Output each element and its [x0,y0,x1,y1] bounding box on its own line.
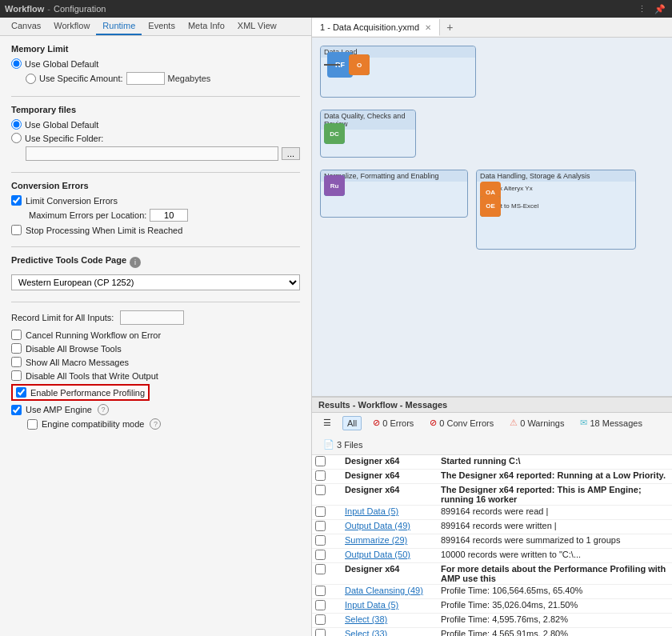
record-limit-input[interactable]: No Limit [120,310,184,325]
row-source[interactable]: Select (38) [342,614,438,628]
results-list-view-btn[interactable]: ☰ [318,415,336,430]
memory-amount-input[interactable]: 8121 [126,72,165,85]
show-macro-checkbox[interactable] [11,357,22,367]
row-source[interactable]: Data Cleansing (49) [342,585,438,599]
results-warnings-btn[interactable]: ⚠ 0 Warnings [505,415,569,430]
temp-global-radio[interactable] [11,119,22,130]
row-checkbox[interactable] [315,521,326,531]
predictive-tools-select[interactable]: Western European (CP 1252) [11,274,300,290]
row-checkbox[interactable] [315,550,326,560]
top-bar-actions: ⋮ 📌 [636,4,667,14]
dock-button[interactable]: 📌 [653,4,667,14]
max-errors-label: Maximum Errors per Location: [29,210,146,220]
app-subtitle: Configuration [54,4,106,14]
disable-browse-row: Disable All Browse Tools [11,343,300,354]
row-icon [329,506,342,520]
row-source[interactable]: Input Data (5) [342,599,438,614]
row-source[interactable]: Input Data (5) [342,506,438,520]
row-checkbox[interactable] [315,506,326,517]
results-errors-label: 0 Errors [382,418,414,428]
tab-canvas[interactable]: Canvas [5,18,47,35]
predictive-tools-section: Predictive Tools Code Page i Western Eur… [11,255,300,290]
row-message: 899164 records were summarized to 1 grou… [438,534,672,549]
row-source[interactable]: Summarize (29) [342,534,438,549]
node-output1[interactable]: O [349,54,370,75]
row-checkbox[interactable] [315,535,326,546]
browse-button[interactable]: ... [282,147,300,160]
wf-canvas-content: Data Load RF C Cl F O [312,38,672,396]
row-icon [329,455,342,470]
max-errors-input[interactable] [150,209,188,222]
tab-events[interactable]: Events [142,18,182,35]
row-message: Started running C:\ [438,455,672,470]
use-amp-row: Use AMP Engine ? [11,404,300,415]
folder-path-input[interactable]: C:\ProgramData\Alteryx\Engine [26,146,278,161]
disable-write-checkbox[interactable] [11,370,22,381]
node-rules[interactable]: Ru [324,175,345,196]
row-source[interactable]: Select (33) [342,628,438,637]
results-all-btn[interactable]: All [342,416,362,430]
tab-workflow[interactable]: Workflow [47,18,96,35]
row-message: Profile Time: 4,565.91ms, 2.80% [438,628,672,637]
row-checkbox[interactable] [315,586,326,596]
row-checkbox[interactable] [315,470,326,481]
row-icon [329,614,342,628]
group-data-load: Data Load RF C Cl F O [320,46,476,98]
row-checkbox[interactable] [315,614,326,625]
row-checkbox[interactable] [315,485,326,495]
enable-profiling-row: Enable Performance Profiling [11,384,300,401]
limit-conv-checkbox[interactable] [11,195,22,206]
results-header: Results - Workflow - Messages [312,398,672,413]
row-source[interactable]: Output Data (50) [342,549,438,563]
results-conv-label: 0 Conv Errors [439,418,494,428]
tab-runtime[interactable]: Runtime [96,18,142,35]
cancel-running-checkbox[interactable] [11,330,22,340]
temp-specific-radio[interactable] [11,133,22,143]
group-data-handling-title: Data Handling, Storage & Analysis [477,170,635,182]
limit-conv-row: Limit Conversion Errors [11,195,300,206]
temp-specific-row: Use Specific Folder: [11,133,300,143]
tab-xmlview[interactable]: XML View [231,18,283,35]
enable-profiling-label: Enable Performance Profiling [30,388,145,398]
predictive-info-icon[interactable]: i [130,257,141,268]
engine-compat-help-icon[interactable]: ? [150,418,161,430]
table-row: Summarize (29)899164 records were summar… [312,534,672,549]
right-tab-close-btn[interactable]: ✕ [425,23,431,32]
row-icon [329,520,342,534]
node-data-cleanse[interactable]: DC [324,123,345,144]
right-tab-acquisition[interactable]: 1 - Data Acquisition.yxmd ✕ [312,19,440,36]
stop-processing-checkbox[interactable] [11,225,22,235]
row-checkbox[interactable] [315,456,326,466]
results-conv-errors-btn[interactable]: ⊘ 0 Conv Errors [425,415,498,430]
row-icon [329,549,342,563]
tab-metainfo[interactable]: Meta Info [182,18,231,35]
results-files-btn[interactable]: 📄 3 Files [318,437,367,452]
row-checkbox[interactable] [315,600,326,610]
results-messages-btn[interactable]: ✉ 18 Messages [575,415,646,430]
row-source: Designer x64 [342,455,438,470]
table-row: Output Data (49)899164 records were writ… [312,520,672,534]
node-out-excel[interactable]: OE [480,196,501,217]
row-checkbox[interactable] [315,564,326,574]
row-message: 10000 records were written to "C:\... [438,549,672,563]
memory-specific-radio[interactable] [26,74,36,84]
disable-browse-checkbox[interactable] [11,343,22,354]
arrow [324,64,340,66]
temp-files-title: Temporary files [11,105,300,114]
pin-button[interactable]: ⋮ [636,4,648,14]
table-row: Select (33)Profile Time: 4,565.91ms, 2.8… [312,628,672,637]
enable-profiling-checkbox[interactable] [16,387,26,398]
memory-limit-title: Memory Limit [11,44,300,54]
row-source[interactable]: Output Data (49) [342,520,438,534]
conversion-errors-section: Conversion Errors Limit Conversion Error… [11,181,300,235]
predictive-tools-title: Predictive Tools Code Page [11,255,126,265]
use-amp-help-icon[interactable]: ? [98,404,109,415]
row-source: Designer x64 [342,484,438,506]
use-amp-checkbox[interactable] [11,405,22,415]
memory-global-radio[interactable] [11,58,22,69]
results-errors-btn[interactable]: ⊘ 0 Errors [368,415,418,430]
row-checkbox[interactable] [315,629,326,636]
row-message: Profile Time: 106,564.65ms, 65.40% [438,585,672,599]
engine-compat-checkbox[interactable] [27,419,38,430]
add-tab-button[interactable]: + [440,18,459,37]
